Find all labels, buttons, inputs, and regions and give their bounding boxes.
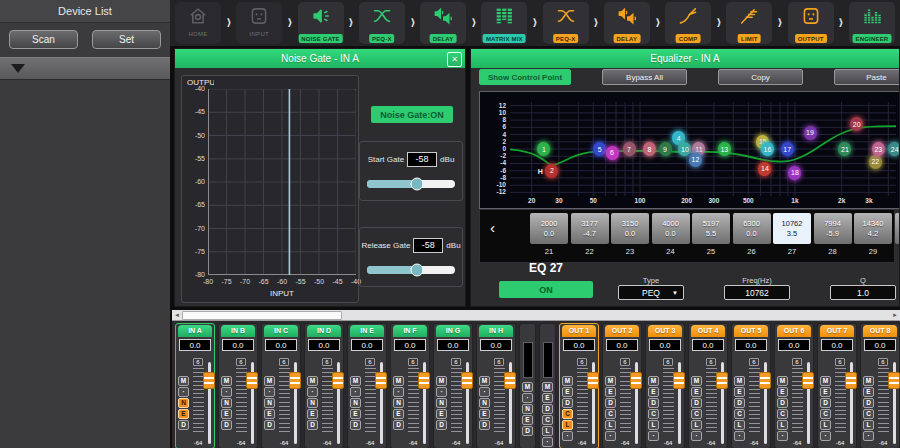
strip-button-c[interactable]: C	[734, 409, 745, 419]
channel-strip-in-e[interactable]: IN E0.0M·NED6-64	[347, 323, 387, 448]
strip-button-dot[interactable]: ·	[264, 387, 275, 397]
strip-button-n[interactable]: N	[393, 398, 404, 408]
strip-button-dot[interactable]: ·	[436, 387, 447, 397]
strip-button-m[interactable]: M	[562, 376, 573, 386]
band-scroll-left-icon[interactable]: ‹	[484, 218, 501, 237]
channel-gain-display[interactable]: 0.0	[735, 339, 767, 351]
eq-band-cell-21[interactable]: 20000.0	[530, 213, 568, 244]
strip-button-e[interactable]: E	[221, 409, 232, 419]
fader-handle[interactable]	[759, 372, 771, 389]
strip-button-c[interactable]: C	[820, 409, 831, 419]
toolbar-item-delay[interactable]: DELAY	[420, 2, 466, 44]
eq-point-9[interactable]: 9	[659, 142, 672, 156]
toolbar-item-engineer[interactable]: ENGINEER	[849, 2, 895, 44]
strip-button-m[interactable]: M	[264, 376, 275, 386]
channel-gain-display[interactable]: 0.0	[394, 339, 426, 351]
eq-point-13[interactable]: 13	[718, 142, 731, 156]
release-gate-value[interactable]: -58	[413, 238, 443, 253]
strip-button-m[interactable]: M	[691, 376, 702, 386]
eq-point-8[interactable]: 8	[643, 142, 656, 156]
eq-point-12[interactable]: 12	[689, 153, 702, 167]
strip-button-m[interactable]: M	[777, 376, 788, 386]
strip-button-e[interactable]: E	[691, 387, 702, 397]
fader-handle[interactable]	[802, 372, 814, 389]
strip-button-l[interactable]: L	[820, 420, 831, 430]
channel-gain-display[interactable]: 0.0	[821, 339, 853, 351]
fader-handle[interactable]	[289, 372, 301, 389]
strip-button-d[interactable]: D	[562, 398, 573, 408]
strip-button-l[interactable]: L	[691, 420, 702, 430]
strip-button-n[interactable]: N	[178, 398, 189, 408]
strip-button-e[interactable]: E	[178, 409, 189, 419]
strip-button-m[interactable]: M	[522, 382, 533, 392]
scroll-right-icon[interactable]: ▸	[890, 310, 900, 320]
strip-button-m[interactable]: M	[820, 376, 831, 386]
strip-button-c[interactable]: C	[542, 415, 553, 425]
strip-button-e[interactable]: E	[542, 393, 553, 403]
fader-handle[interactable]	[203, 372, 215, 389]
eq-band-cell-28[interactable]: 7994-5.9	[814, 213, 852, 244]
strip-button-d[interactable]: D	[734, 398, 745, 408]
toolbar-item-output[interactable]: OUTPUT	[788, 2, 834, 44]
strip-button-d[interactable]: D	[863, 398, 874, 408]
fader-handle[interactable]	[888, 372, 900, 389]
bypass-all-button[interactable]: Bypass All	[602, 69, 687, 85]
set-button[interactable]: Set	[92, 30, 161, 49]
channel-gain-display[interactable]: 0.0	[179, 339, 211, 351]
strip-button-e[interactable]: E	[522, 415, 533, 425]
strip-button-l[interactable]: L	[648, 420, 659, 430]
strip-button-n[interactable]: N	[221, 398, 232, 408]
strip-button-e[interactable]: E	[562, 387, 573, 397]
scan-button[interactable]: Scan	[9, 30, 78, 49]
strip-button-l[interactable]: L	[734, 420, 745, 430]
channel-strip-out-7[interactable]: OUT 70.0MEDCL·6-64	[817, 323, 857, 448]
strip-button-m[interactable]: M	[605, 376, 616, 386]
eq-band-cell-24[interactable]: 40000.0	[652, 213, 690, 244]
strip-button-m[interactable]: M	[393, 376, 404, 386]
strip-button-c[interactable]: C	[648, 409, 659, 419]
eq-point-23[interactable]: 23	[872, 142, 885, 156]
strip-button-d[interactable]: D	[264, 420, 275, 430]
strip-button-e[interactable]: E	[863, 387, 874, 397]
eq-band-cell-25[interactable]: 51975.5	[692, 213, 730, 244]
channel-strip-in-a[interactable]: IN A0.0M·NED6-64	[175, 323, 215, 448]
strip-button-dot[interactable]: ·	[605, 431, 616, 441]
channel-gain-display[interactable]: 0.0	[563, 339, 595, 351]
fader-handle[interactable]	[246, 372, 258, 389]
channel-gain-display[interactable]: 0.0	[351, 339, 383, 351]
strip-button-d[interactable]: D	[350, 420, 361, 430]
strip-button-d[interactable]: D	[479, 420, 490, 430]
channel-strip-in-g[interactable]: IN G0.0M·NED6-64	[433, 323, 473, 448]
strip-button-dot[interactable]: ·	[648, 431, 659, 441]
channel-strip-out-3[interactable]: OUT 30.0MEDCL·6-64	[645, 323, 685, 448]
channel-gain-display[interactable]: 0.0	[864, 339, 896, 351]
channel-gain-display[interactable]: 0.0	[778, 339, 810, 351]
strip-button-dot[interactable]: ·	[221, 387, 232, 397]
strip-button-e[interactable]: E	[605, 387, 616, 397]
channel-strip-in-b[interactable]: IN B0.0M·NED6-64	[218, 323, 258, 448]
strip-button-dot[interactable]: ·	[178, 387, 189, 397]
eq-point-7[interactable]: 7	[623, 142, 636, 156]
strip-button-d[interactable]: D	[307, 420, 318, 430]
strip-button-d[interactable]: D	[393, 420, 404, 430]
eq-band-cell-27[interactable]: 107623.5	[773, 213, 811, 244]
strip-button-d[interactable]: D	[178, 420, 189, 430]
strip-button-m[interactable]: M	[221, 376, 232, 386]
strip-button-m[interactable]: M	[436, 376, 447, 386]
strip-button-l[interactable]: L	[777, 420, 788, 430]
strip-button-e[interactable]: E	[436, 409, 447, 419]
strip-button-l[interactable]: L	[562, 420, 573, 430]
start-gate-slider-thumb[interactable]	[411, 178, 424, 191]
toolbar-item-noise-gate[interactable]: NOISE GATE	[298, 2, 344, 44]
strip-button-d[interactable]: D	[605, 398, 616, 408]
toolbar-item-peq-x[interactable]: PEQ-X	[543, 2, 589, 44]
strip-button-m[interactable]: M	[734, 376, 745, 386]
strip-button-dot[interactable]: ·	[777, 431, 788, 441]
strip-button-m[interactable]: M	[350, 376, 361, 386]
strip-button-m[interactable]: M	[542, 382, 553, 392]
strip-button-d[interactable]: D	[221, 420, 232, 430]
strip-button-d[interactable]: D	[691, 398, 702, 408]
strip-button-m[interactable]: M	[863, 376, 874, 386]
strip-button-l[interactable]: L	[542, 426, 553, 436]
release-gate-slider-thumb[interactable]	[411, 264, 424, 277]
